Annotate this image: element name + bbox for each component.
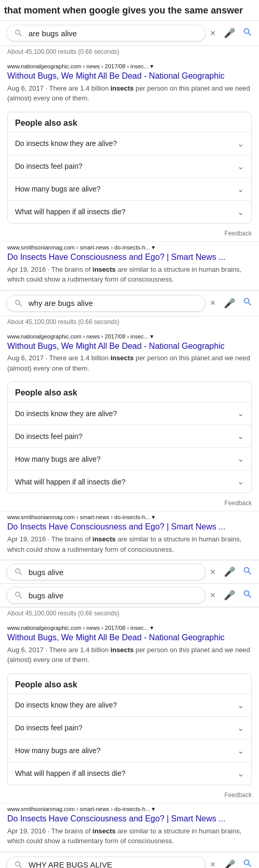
voice-button-4[interactable]: 🎤	[224, 859, 235, 868]
search-query-3a: bugs alive	[28, 568, 198, 577]
clear-button-3b[interactable]: ×	[210, 590, 215, 601]
paa-item-1-2[interactable]: How many bugs are alive? ⌄	[8, 178, 251, 200]
voice-button-3a[interactable]: 🎤	[224, 566, 235, 578]
search-block-2: why are bugs alive × 🎤 About 45,100,000 …	[0, 291, 259, 561]
search-bar-3b: bugs alive × 🎤	[0, 584, 259, 608]
result-2-section-2: www.smithsonianmag.com › smart-news › do…	[0, 511, 259, 560]
search-query-1: are bugs alive	[28, 29, 198, 38]
clear-button-1[interactable]: ×	[210, 28, 215, 39]
clear-button-2[interactable]: ×	[210, 298, 215, 308]
result-1-section-2: www.nationalgeographic.com › news › 2017…	[0, 329, 259, 378]
voice-button-2[interactable]: 🎤	[224, 298, 235, 309]
result-1-snippet-3: Aug 6, 2017 · There are 1.4 billion inse…	[7, 645, 252, 665]
result-1-url: www.nationalgeographic.com › news › 2017…	[7, 63, 252, 70]
paa-box-3: People also ask Do insects know they are…	[7, 673, 252, 785]
paa-title-1: People also ask	[8, 112, 251, 132]
search-bar-inner-2[interactable]: why are bugs alive	[6, 295, 206, 312]
search-button-4[interactable]	[242, 858, 253, 868]
paa-chevron-2-3: ⌄	[237, 477, 244, 487]
result-2-snippet-1: Apr 19, 2016 · The brains of insects are…	[7, 264, 252, 285]
search-bar-2: why are bugs alive × 🎤	[0, 291, 259, 316]
paa-chevron-1-1: ⌄	[237, 161, 244, 171]
paa-box-2: People also ask Do insects know they are…	[7, 381, 252, 493]
search-bar-inner-1[interactable]: are bugs alive	[6, 25, 206, 41]
result-2-snippet-2: Apr 19, 2016 · The brains of insects are…	[7, 534, 252, 554]
search-button-1[interactable]	[242, 27, 253, 40]
search-bar-4: WHY ARE BUGS ALIVE × 🎤	[0, 852, 259, 868]
result-2-link-3[interactable]: Do Insects Have Consciousness and Ego? |…	[7, 814, 252, 825]
search-button-3a[interactable]	[242, 566, 253, 579]
search-bar-inner-3a[interactable]: bugs alive	[6, 564, 206, 580]
paa-chevron-3-3: ⌄	[237, 769, 244, 778]
results-meta-2: About 45,100,000 results (0.66 seconds)	[0, 316, 259, 329]
paa-item-3-0[interactable]: Do insects know they are alive? ⌄	[8, 694, 251, 716]
paa-item-2-1[interactable]: Do insects feel pain? ⌄	[8, 424, 251, 447]
search-icon-2	[14, 299, 23, 308]
paa-title-2: People also ask	[8, 382, 251, 402]
result-2-url-1: www.smithsonianmag.com › smart-news › do…	[7, 244, 252, 251]
search-bar-inner-3b[interactable]: bugs alive	[6, 587, 206, 604]
paa-item-3-1[interactable]: Do insects feel pain? ⌄	[8, 716, 251, 739]
paa-chevron-2-0: ⌄	[237, 408, 244, 418]
paa-item-2-2[interactable]: How many bugs are alive? ⌄	[8, 447, 251, 470]
result-2-section-1: www.smithsonianmag.com › smart-news › do…	[0, 241, 259, 290]
results-meta-3: About 45,100,000 results (0.66 seconds)	[0, 608, 259, 620]
result-1-snippet-2: Aug 6, 2017 · There are 1.4 billion inse…	[7, 353, 252, 373]
search-block-3: bugs alive × 🎤 bugs alive × 🎤 About 45,1…	[0, 561, 259, 852]
search-icon-3a	[14, 567, 23, 577]
result-1-link-3[interactable]: Without Bugs, We Might All Be Dead - Nat…	[7, 632, 252, 643]
feedback-1[interactable]: Feedback	[0, 228, 259, 241]
result-1-link-2[interactable]: Without Bugs, We Might All Be Dead - Nat…	[7, 341, 252, 352]
result-1-section-3: www.nationalgeographic.com › news › 2017…	[0, 620, 259, 669]
result-2-link-2[interactable]: Do Insects Have Consciousness and Ego? |…	[7, 522, 252, 533]
paa-chevron-2-1: ⌄	[237, 431, 244, 441]
voice-button-3b[interactable]: 🎤	[224, 590, 235, 601]
results-meta-1: About 45,100,000 results (0.66 seconds)	[0, 46, 259, 58]
paa-chevron-3-2: ⌄	[237, 746, 244, 756]
result-2-snippet-3: Apr 19, 2016 · The brains of insects are…	[7, 826, 252, 846]
paa-item-3-3[interactable]: What will happen if all insects die? ⌄	[8, 762, 251, 785]
paa-item-3-2[interactable]: How many bugs are alive? ⌄	[8, 739, 251, 762]
feedback-2[interactable]: Feedback	[0, 497, 259, 511]
result-1-url-3: www.nationalgeographic.com › news › 2017…	[7, 624, 252, 631]
paa-item-1-0[interactable]: Do insects know they are alive? ⌄	[8, 132, 251, 155]
result-1-link[interactable]: Without Bugs, We Might All Be Dead - Nat…	[7, 71, 252, 82]
search-query-2: why are bugs alive	[28, 299, 198, 307]
search-query-3b: bugs alive	[28, 591, 198, 600]
paa-chevron-3-1: ⌄	[237, 723, 244, 733]
search-bar-inner-4[interactable]: WHY ARE BUGS ALIVE	[6, 857, 206, 868]
search-icon-4	[14, 860, 23, 868]
search-icon-3b	[14, 591, 23, 600]
search-block-4: WHY ARE BUGS ALIVE × 🎤 About 45,100,000 …	[0, 852, 259, 868]
feedback-3[interactable]: Feedback	[0, 789, 259, 803]
search-query-4: WHY ARE BUGS ALIVE	[28, 860, 198, 868]
result-2-section-3: www.smithsonianmag.com › smart-news › do…	[0, 803, 259, 851]
result-1-section: www.nationalgeographic.com › news › 2017…	[0, 58, 259, 108]
paa-item-1-1[interactable]: Do insects feel pain? ⌄	[8, 155, 251, 178]
result-2-link-1[interactable]: Do Insects Have Consciousness and Ego? |…	[7, 252, 252, 263]
voice-button-1[interactable]: 🎤	[224, 27, 235, 39]
paa-chevron-2-2: ⌄	[237, 454, 244, 464]
clear-button-3a[interactable]: ×	[210, 567, 215, 578]
result-1-url-2: www.nationalgeographic.com › news › 2017…	[7, 333, 252, 340]
search-button-2[interactable]	[242, 297, 253, 310]
result-1-snippet: Aug 6, 2017 · There are 1.4 billion inse…	[7, 83, 252, 104]
paa-chevron-1-2: ⌄	[237, 184, 244, 194]
result-2-url-3: www.smithsonianmag.com › smart-news › do…	[7, 805, 252, 813]
clear-button-4[interactable]: ×	[210, 859, 215, 868]
search-button-3b[interactable]	[242, 589, 253, 602]
search-bar-1: are bugs alive × 🎤	[0, 21, 259, 46]
paa-chevron-3-0: ⌄	[237, 700, 244, 710]
meme-header: that moment when google gives you the sa…	[0, 0, 259, 21]
paa-title-3: People also ask	[8, 674, 251, 694]
paa-item-2-3[interactable]: What will happen if all insects die? ⌄	[8, 470, 251, 493]
paa-item-2-0[interactable]: Do insects know they are alive? ⌄	[8, 402, 251, 424]
search-block-1: are bugs alive × 🎤 About 45,100,000 resu…	[0, 21, 259, 291]
search-bar-3a: bugs alive × 🎤	[0, 561, 259, 584]
paa-item-1-3[interactable]: What will happen if all insects die? ⌄	[8, 200, 251, 223]
paa-box-1: People also ask Do insects know they are…	[7, 112, 252, 224]
paa-chevron-1-3: ⌄	[237, 207, 244, 217]
result-2-url-2: www.smithsonianmag.com › smart-news › do…	[7, 513, 252, 521]
paa-chevron-1-0: ⌄	[237, 139, 244, 149]
search-icon-1	[14, 28, 23, 38]
